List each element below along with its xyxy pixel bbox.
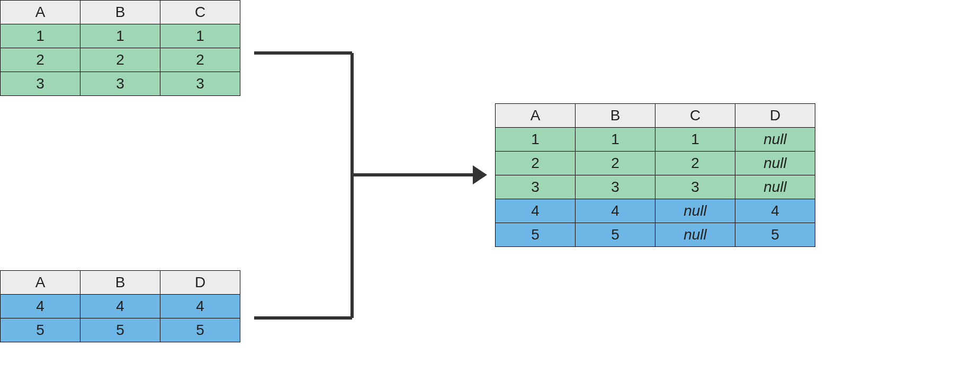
svg-marker-4 — [473, 165, 487, 184]
diagram-stage: A B C 1 1 1 2 2 2 3 3 3 — [0, 0, 980, 372]
merge-arrow-icon — [0, 0, 980, 372]
